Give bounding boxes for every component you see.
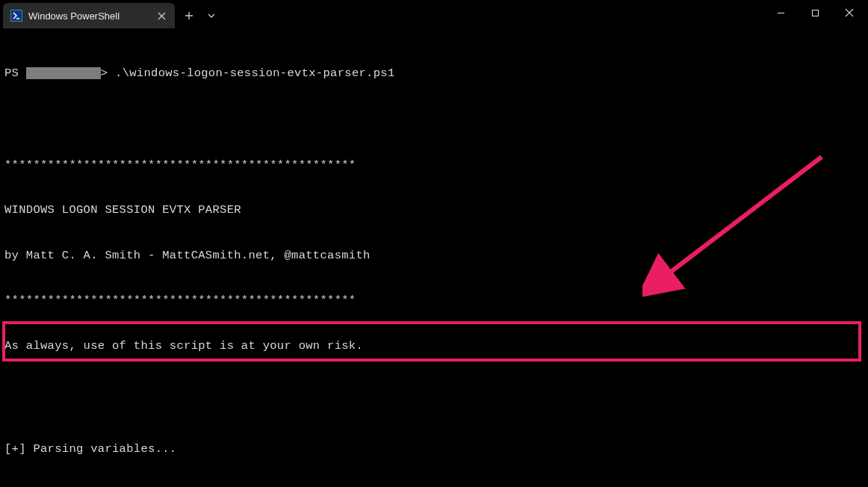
minimize-button[interactable] <box>763 0 798 25</box>
log-line: [+] Parsing variables... <box>4 441 864 456</box>
svg-rect-0 <box>812 10 818 16</box>
redacted-path <box>26 67 101 79</box>
active-tab[interactable]: Windows PowerShell <box>3 3 175 28</box>
titlebar: Windows PowerShell <box>0 0 868 28</box>
powershell-icon <box>10 10 22 22</box>
banner-warn: As always, use of this script is at your… <box>4 338 864 353</box>
banner-byline: by Matt C. A. Smith - MattCASmith.net, @… <box>4 248 864 263</box>
close-tab-button[interactable] <box>154 8 169 23</box>
tab-title: Windows PowerShell <box>28 10 154 22</box>
banner-stars2: ****************************************… <box>4 293 864 308</box>
banner-stars: ****************************************… <box>4 158 864 173</box>
banner-title: WINDOWS LOGON SESSION EVTX PARSER <box>4 202 864 217</box>
close-window-button[interactable] <box>832 0 867 25</box>
prompt-line: PS > .\windows-logon-session-evtx-parser… <box>4 66 864 81</box>
prompt-command: .\windows-logon-session-evtx-parser.ps1 <box>115 66 394 81</box>
window-controls <box>763 0 867 25</box>
prompt-ps: PS <box>4 66 19 81</box>
new-tab-button[interactable] <box>178 4 200 27</box>
tab-dropdown-button[interactable] <box>200 4 223 27</box>
tab-controls <box>178 3 223 28</box>
terminal-output[interactable]: PS > .\windows-logon-session-evtx-parser… <box>0 28 868 487</box>
maximize-button[interactable] <box>798 0 832 25</box>
prompt-caret: > <box>101 66 108 81</box>
